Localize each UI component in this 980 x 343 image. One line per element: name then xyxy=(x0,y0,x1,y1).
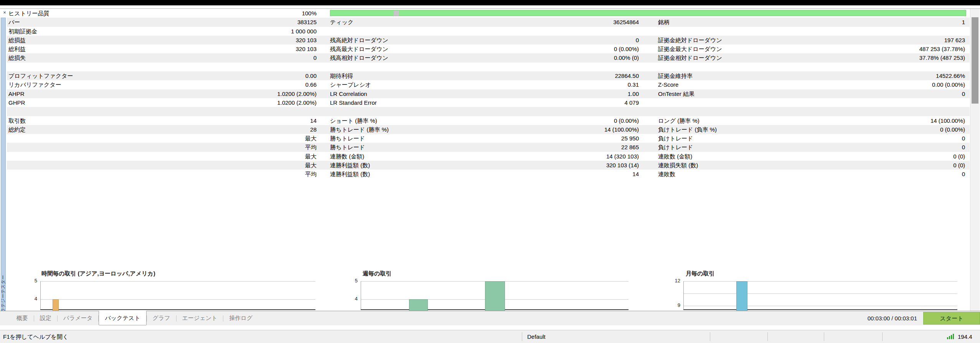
metric-value: 320 103 (14) xyxy=(429,161,639,170)
metric-value: 0 (0.00%) xyxy=(429,116,639,125)
metric-value: 0 (0.00%) xyxy=(429,45,639,53)
metric-value: 0.00% (0) xyxy=(429,53,639,62)
metric-value: 0 xyxy=(755,134,965,143)
metric-label: 残高絶対ドローダウン xyxy=(330,36,388,45)
chart-gridline xyxy=(361,281,629,282)
tab-overview[interactable]: 概要 xyxy=(11,311,34,325)
y-axis-tick-label: 9 xyxy=(665,302,680,308)
tab-backtest[interactable]: バックテスト xyxy=(99,311,146,325)
metric-label: 負けトレード xyxy=(658,143,693,152)
history-quality-gap xyxy=(394,10,399,16)
metric-label: 連勝利益額 (数) xyxy=(330,161,370,170)
chart-gridline xyxy=(40,281,315,282)
x-axis-line xyxy=(361,309,629,310)
metric-value: 22864.50 xyxy=(429,71,639,80)
metric-label: 残高最大ドローダウン xyxy=(330,45,388,53)
metric-value: 36254864 xyxy=(429,18,639,26)
metric-value: 0.00 xyxy=(122,71,317,80)
metric-label: LR Correlation xyxy=(330,89,367,98)
metric-value: 100% xyxy=(122,9,317,18)
tab-parameters[interactable]: パラメータ xyxy=(58,311,98,325)
metric-value: 383125 xyxy=(122,18,317,26)
table-row: 総損失 0 残高相対ドローダウン 0.00% (0) 証拠金相対ドローダウン 3… xyxy=(7,53,970,62)
metric-label: 初期証拠金 xyxy=(8,27,37,36)
chart-bar xyxy=(53,299,59,311)
metric-value: 最大 xyxy=(122,161,317,170)
metric-label: Z-Score xyxy=(658,80,678,89)
chart-gridline xyxy=(683,281,957,282)
table-row: AHPR 1.0200 (2.00%) LR Correlation 1.00 … xyxy=(7,89,970,98)
metric-value: 平均 xyxy=(122,170,317,178)
chart-gridline xyxy=(361,299,629,300)
metric-label: 期待利得 xyxy=(330,71,353,80)
table-row xyxy=(7,63,970,71)
chart-title: 時間毎の取引 (アジア,ヨーロッパ,アメリカ) xyxy=(41,270,155,277)
chart-title: 週毎の取引 xyxy=(363,270,391,277)
metric-value: 14522.66% xyxy=(755,71,965,80)
metric-label: 取引数 xyxy=(8,116,26,125)
table-row: 総利益 320 103 残高最大ドローダウン 0 (0.00%) 証拠金最大ドロ… xyxy=(7,45,970,53)
metric-label: 残高相対ドローダウン xyxy=(330,53,388,62)
metric-value: 最大 xyxy=(122,134,317,143)
metric-value: 320 103 xyxy=(122,45,317,53)
metric-value: 平均 xyxy=(122,143,317,152)
metric-label: 総損益 xyxy=(8,36,26,45)
metric-value: 0.00 (0.00%) xyxy=(755,80,965,89)
y-axis-tick-label: 5 xyxy=(22,278,37,284)
metric-label: 総損失 xyxy=(8,53,26,62)
chart-bar xyxy=(485,281,505,311)
table-row xyxy=(7,107,970,116)
metric-label: LR Standard Error xyxy=(330,98,377,107)
metric-label: 連敗数 (金額) xyxy=(658,152,692,161)
metric-value: 487 253 (37.78%) xyxy=(755,45,965,53)
metric-value: 1 000 000 xyxy=(122,27,317,36)
metric-label: ティック xyxy=(330,18,353,26)
metric-value: 1.0200 (2.00%) xyxy=(122,89,317,98)
table-row: 最大 連勝利益額 (数) 320 103 (14) 連敗損失額 (数) 0 (0… xyxy=(7,161,970,170)
metric-value: 0.31 xyxy=(429,80,639,89)
metric-label: プロフィットファクター xyxy=(8,71,73,80)
vertical-scrollbar[interactable] xyxy=(970,9,980,311)
metric-label: 総約定 xyxy=(8,125,26,134)
metric-value: 320 103 xyxy=(122,36,317,45)
help-hint-text: F1を押してヘルプを開く xyxy=(3,330,68,343)
y-axis-tick-label: 4 xyxy=(342,296,358,302)
metric-label: 勝ちトレード xyxy=(330,143,365,152)
metric-value: 4 079 xyxy=(429,98,639,107)
metric-value: 0 (0) xyxy=(755,152,965,161)
status-separator xyxy=(824,332,824,341)
status-separator xyxy=(767,332,768,341)
table-row: 平均 連勝利益額 (数) 14 連敗数 0 xyxy=(7,170,970,178)
metric-label: ヒストリー品質 xyxy=(8,9,49,18)
tab-journal[interactable]: 操作ログ xyxy=(223,311,258,325)
y-axis-tick-label: 5 xyxy=(342,278,358,284)
chart-title: 月毎の取引 xyxy=(686,270,714,277)
tab-graph[interactable]: グラフ xyxy=(147,311,176,325)
status-separator xyxy=(710,332,710,341)
metric-value: 0 (0.00%) xyxy=(755,125,965,134)
history-quality-row: ヒストリー品質 100% xyxy=(7,9,970,18)
table-row: リカバリファクター 0.66 シャープレシオ 0.31 Z-Score 0.00… xyxy=(7,80,970,89)
metric-value: 14 (100.00%) xyxy=(755,116,965,125)
tab-settings[interactable]: 設定 xyxy=(34,311,57,325)
metric-label: 総利益 xyxy=(8,45,26,53)
status-bar: F1を押してヘルプを開く Default 194.4 xyxy=(0,330,980,343)
tab-agents[interactable]: エージェント xyxy=(177,311,223,325)
metric-label: 証拠金最大ドローダウン xyxy=(658,45,722,53)
table-row: プロフィットファクター 0.00 期待利得 22864.50 証拠金維持率 14… xyxy=(7,71,970,80)
start-button[interactable]: スタート xyxy=(923,312,980,325)
status-separator xyxy=(522,332,522,341)
metric-value: 1 xyxy=(755,18,965,26)
table-row: 平均 勝ちトレード 22 865 負けトレード 0 xyxy=(7,143,970,152)
metric-label: 連敗損失額 (数) xyxy=(658,161,698,170)
scrollbar-thumb[interactable] xyxy=(972,17,978,104)
profile-name[interactable]: Default xyxy=(527,330,546,343)
table-row: バー 383125 ティック 36254864 銘柄 1 xyxy=(7,18,970,26)
y-axis-line xyxy=(361,281,361,310)
metric-label: 証拠金絶対ドローダウン xyxy=(658,36,722,45)
metric-label: 証拠金維持率 xyxy=(658,71,693,80)
metric-label: 銘柄 xyxy=(658,18,670,26)
y-axis-tick-label: 4 xyxy=(22,296,37,302)
metric-value: 37.78% (487 253) xyxy=(755,53,965,62)
x-axis-line xyxy=(40,309,315,310)
